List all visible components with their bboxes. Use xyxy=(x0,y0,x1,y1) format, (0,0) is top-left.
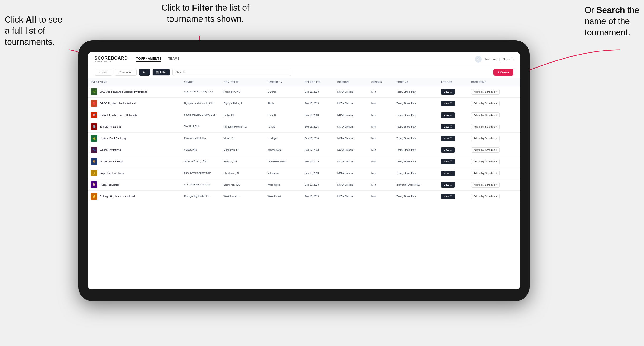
annotation-top-left: Click All to seea full list oftournament… xyxy=(5,14,62,47)
table-row: 🔴 OFCC Fighting Illini Invitational Olym… xyxy=(88,98,520,109)
actions-cell-8: View ⓘ xyxy=(438,168,468,179)
view-button-7[interactable]: View ⓘ xyxy=(441,159,455,164)
hosted-by-cell-6: Kansas State xyxy=(264,144,302,156)
start-date-cell-4: Sep 16, 2023 xyxy=(302,121,334,133)
start-date-cell-5: Sep 16, 2023 xyxy=(302,133,334,144)
hosted-by-cell-4: Temple xyxy=(264,121,302,133)
tablet-frame: SCOREBOARD Powered by clippd TOURNAMENTS… xyxy=(78,40,530,301)
header-right: U Test User | Sign out xyxy=(475,56,514,63)
add-schedule-button-8[interactable]: Add to My Schedule + xyxy=(471,171,500,176)
division-cell-3: NCAA Division I xyxy=(334,109,368,121)
actions-cell-9: View ⓘ xyxy=(438,179,468,191)
hosting-tab[interactable]: Hosting xyxy=(94,69,112,76)
competing-cell-5: Add to My Schedule + xyxy=(468,133,520,144)
actions-cell-7: View ⓘ xyxy=(438,156,468,168)
event-name-cell-7: 🦁 Grover Page Classic xyxy=(88,156,181,168)
create-button[interactable]: + Create xyxy=(494,69,514,76)
scoring-cell-2: Team, Stroke Play xyxy=(394,98,438,109)
event-name-text-2: OFCC Fighting Illini Invitational xyxy=(100,102,136,105)
nav-tab-teams[interactable]: TEAMS xyxy=(168,57,180,62)
start-date-cell-9: Sep 18, 2023 xyxy=(302,179,334,191)
search-input[interactable] xyxy=(172,69,291,76)
event-name-cell-1: 🌿 2023 Joe Feaganes Marshall Invitationa… xyxy=(88,86,181,98)
event-name-text-8: Valpo Fall Invitational xyxy=(100,172,124,174)
view-button-6[interactable]: View ⓘ xyxy=(441,147,455,153)
event-name-text-5: Upstate Dual Challenge xyxy=(100,137,127,140)
table-row: ⚡ Valpo Fall Invitational Sand Creek Cou… xyxy=(88,168,520,179)
view-button-10[interactable]: View ⓘ xyxy=(441,194,455,199)
add-schedule-button-3[interactable]: Add to My Schedule + xyxy=(471,112,500,118)
add-schedule-button-1[interactable]: Add to My Schedule + xyxy=(471,89,500,95)
actions-cell-10: View ⓘ xyxy=(438,191,468,202)
table-row: 🎯 Ryan T. Lee Memorial Collegiate Shuttl… xyxy=(88,109,520,121)
team-logo-1: 🌿 xyxy=(91,88,97,95)
col-venue: VENUE xyxy=(181,78,221,86)
sign-out-link[interactable]: Sign out xyxy=(503,58,514,61)
city-state-cell-10: Westchester, IL xyxy=(220,191,264,202)
event-name-text-10: Chicago Highlands Invitational xyxy=(100,195,135,198)
city-state-cell-6: Manhattan, KS xyxy=(220,144,264,156)
view-button-5[interactable]: View ⓘ xyxy=(441,136,455,141)
event-name-cell-4: 🏛️ Temple Invitational xyxy=(88,121,181,133)
add-schedule-button-2[interactable]: Add to My Schedule + xyxy=(471,101,500,106)
user-avatar: U xyxy=(475,56,482,63)
actions-cell-1: View ⓘ xyxy=(438,86,468,98)
table-row: 🦁 Grover Page Classic Jackson Country Cl… xyxy=(88,156,520,168)
add-schedule-button-10[interactable]: Add to My Schedule + xyxy=(471,194,500,199)
view-button-1[interactable]: View ⓘ xyxy=(441,89,455,95)
hosted-by-cell-9: Washington xyxy=(264,179,302,191)
competing-cell-8: Add to My Schedule + xyxy=(468,168,520,179)
division-cell-4: NCAA Division I xyxy=(334,121,368,133)
filter-icon: ▤ xyxy=(156,71,159,74)
annotation-top-right: Or Search thename of thetournament. xyxy=(585,5,639,38)
city-state-cell-1: Huntington, WV xyxy=(220,86,264,98)
scoring-cell-8: Team, Stroke Play xyxy=(394,168,438,179)
view-button-4[interactable]: View ⓘ xyxy=(441,124,455,130)
annotation-top-center: Click to Filter the list oftournaments s… xyxy=(162,2,249,25)
actions-cell-6: View ⓘ xyxy=(438,144,468,156)
scoring-cell-9: Individual, Stroke Play xyxy=(394,179,438,191)
hosted-by-cell-10: Wake Forest xyxy=(264,191,302,202)
nav-tabs: TOURNAMENTS TEAMS xyxy=(136,57,475,62)
actions-cell-5: View ⓘ xyxy=(438,133,468,144)
venue-cell-3: Shuttle Meadow Country Club xyxy=(181,109,221,121)
hosted-by-cell-1: Marshall xyxy=(264,86,302,98)
view-button-8[interactable]: View ⓘ xyxy=(441,171,455,176)
start-date-cell-3: Sep 16, 2023 xyxy=(302,109,334,121)
hosted-by-cell-2: Illinois xyxy=(264,98,302,109)
view-button-2[interactable]: View ⓘ xyxy=(441,101,455,106)
view-button-3[interactable]: View ⓘ xyxy=(441,112,455,118)
start-date-cell-7: Sep 18, 2023 xyxy=(302,156,334,168)
scoring-cell-7: Team, Stroke Play xyxy=(394,156,438,168)
scoring-cell-4: Team, Stroke Play xyxy=(394,121,438,133)
division-cell-8: NCAA Division I xyxy=(334,168,368,179)
team-logo-6: 🐾 xyxy=(91,147,97,153)
competing-cell-9: Add to My Schedule + xyxy=(468,179,520,191)
competing-tab[interactable]: Competing xyxy=(115,69,136,76)
event-name-cell-3: 🎯 Ryan T. Lee Memorial Collegiate xyxy=(88,109,181,121)
view-button-9[interactable]: View ⓘ xyxy=(441,182,455,187)
col-gender: GENDER xyxy=(368,78,394,86)
all-tab[interactable]: All xyxy=(139,69,150,76)
nav-tab-tournaments[interactable]: TOURNAMENTS xyxy=(136,57,162,62)
venue-cell-2: Olympia Fields Country Club xyxy=(181,98,221,109)
event-name-cell-8: ⚡ Valpo Fall Invitational xyxy=(88,168,181,179)
add-schedule-button-4[interactable]: Add to My Schedule + xyxy=(471,124,500,130)
add-schedule-button-7[interactable]: Add to My Schedule + xyxy=(471,159,500,164)
venue-cell-8: Sand Creek Country Club xyxy=(181,168,221,179)
gender-cell-9: Men xyxy=(368,179,394,191)
add-schedule-button-6[interactable]: Add to My Schedule + xyxy=(471,147,500,153)
table-row: 🏛️ Temple Invitational The 1912 Club Ply… xyxy=(88,121,520,133)
add-schedule-button-9[interactable]: Add to My Schedule + xyxy=(471,182,500,187)
event-name-text-6: Wildcat Invitational xyxy=(100,149,122,151)
add-schedule-button-5[interactable]: Add to My Schedule + xyxy=(471,136,500,141)
hosted-by-cell-7: Tennessee-Martin xyxy=(264,156,302,168)
event-name-cell-6: 🐾 Wildcat Invitational xyxy=(88,144,181,156)
start-date-cell-10: Sep 18, 2023 xyxy=(302,191,334,202)
filter-button[interactable]: ▤ Filter xyxy=(152,69,170,76)
division-cell-7: NCAA Division I xyxy=(334,156,368,168)
team-logo-3: 🎯 xyxy=(91,112,97,118)
team-logo-8: ⚡ xyxy=(91,170,97,176)
competing-cell-3: Add to My Schedule + xyxy=(468,109,520,121)
start-date-cell-6: Sep 17, 2023 xyxy=(302,144,334,156)
